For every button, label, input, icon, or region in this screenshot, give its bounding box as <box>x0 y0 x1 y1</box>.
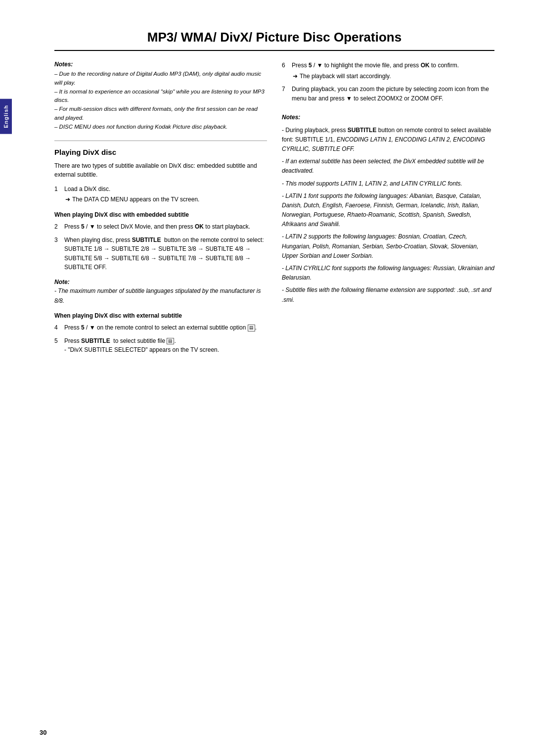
arrow-icon-6: ➜ <box>293 72 298 81</box>
step-7: 7 During playback, you can zoom the pict… <box>282 85 494 103</box>
step-1: 1 Load a DivX disc. ➜ The DATA CD MENU a… <box>54 185 267 204</box>
note-item-2: – It is normal to experience an occasion… <box>54 89 265 103</box>
subtitle-icon-1: ▤ <box>248 325 255 331</box>
embedded-steps: 2 Press 5 / ▼ to select DivX Movie, and … <box>54 222 267 272</box>
step-5-note: - "DivX SUBTITLE SELECTED" appears on th… <box>64 346 219 353</box>
step-1-arrow: ➜ The DATA CD MENU appears on the TV scr… <box>65 195 267 204</box>
note-item-4: – DISC MENU does not function during Kod… <box>54 124 227 130</box>
page-container: English MP3/ WMA/ DivX/ Picture Disc Ope… <box>0 0 534 756</box>
step-5-text: Press SUBTITLE to select subtitle file ▤… <box>64 337 176 344</box>
arrow-icon-1: ➜ <box>65 195 70 204</box>
right-note-1: - During playback, press SUBTITLE button… <box>282 126 494 154</box>
step-4-text: Press 5 / ▼ on the remote control to sel… <box>64 324 257 331</box>
right-steps: 6 Press 5 / ▼ to highlight the movie fil… <box>282 61 494 103</box>
page-title: MP3/ WMA/ DivX/ Picture Disc Operations <box>54 30 494 51</box>
step-1-arrow-text: The DATA CD MENU appears on the TV scree… <box>72 195 199 204</box>
external-steps: 4 Press 5 / ▼ on the remote control to s… <box>54 323 267 355</box>
step-6: 6 Press 5 / ▼ to highlight the movie fil… <box>282 61 494 81</box>
step-2-text: Press 5 / ▼ to select DivX Movie, and th… <box>64 223 250 230</box>
step-7-text: During playback, you can zoom the pictur… <box>292 86 489 102</box>
external-subtitle-heading-text: When playing DivX disc with external sub… <box>54 312 182 319</box>
step-6-content: Press 5 / ▼ to highlight the movie file,… <box>292 61 494 81</box>
playing-divx-heading: Playing DivX disc <box>54 148 267 156</box>
subtitle-icon-2: ▤ <box>167 338 174 345</box>
step-6-arrow: ➜ The playback will start accordingly. <box>293 72 494 81</box>
embedded-note-label: Note: <box>54 279 70 285</box>
step-3: 3 When playing disc, press SUBTITLE butt… <box>54 236 267 272</box>
right-note-4: - LATIN 1 font supports the following la… <box>282 191 494 230</box>
right-notes-label: Notes: <box>282 113 494 122</box>
step-4-number: 4 <box>54 323 61 332</box>
right-note-5: - LATIN 2 supports the following languag… <box>282 232 494 261</box>
embedded-note-body: - The maximum number of subtitle languag… <box>54 287 261 304</box>
right-note-6: - LATIN CYRILLIC font supports the follo… <box>282 264 494 283</box>
step-6-arrow-text: The playback will start accordingly. <box>300 72 391 81</box>
note-item-3: – For multi-session discs with different… <box>54 106 258 121</box>
step-6-number: 6 <box>282 61 289 81</box>
embedded-note: Note: - The maximum number of subtitle l… <box>54 277 267 305</box>
step-1-text: Load a DivX disc. <box>64 186 110 192</box>
note-item-1: – Due to the recording nature of Digital… <box>54 71 261 86</box>
step-3-content: When playing disc, press SUBTITLE button… <box>64 236 267 272</box>
step-3-number: 3 <box>54 236 61 272</box>
right-notes: Notes: - During playback, press SUBTITLE… <box>282 113 494 304</box>
step-5-number: 5 <box>54 336 61 355</box>
embedded-subtitle-heading-text: When playing DivX disc with embedded sub… <box>54 211 189 218</box>
embedded-subtitle-heading: When playing DivX disc with embedded sub… <box>54 211 267 218</box>
step-3-text: When playing disc, press SUBTITLE button… <box>64 236 264 271</box>
step-4: 4 Press 5 / ▼ on the remote control to s… <box>54 323 267 332</box>
content-wrapper: Notes: – Due to the recording nature of … <box>54 61 494 359</box>
notes-label: Notes: <box>54 61 267 68</box>
step-list-intro: 1 Load a DivX disc. ➜ The DATA CD MENU a… <box>54 185 267 204</box>
step-1-content: Load a DivX disc. ➜ The DATA CD MENU app… <box>64 185 267 204</box>
step-7-number: 7 <box>282 85 289 103</box>
top-notes: Notes: – Due to the recording nature of … <box>54 61 267 132</box>
external-subtitle-heading: When playing DivX disc with external sub… <box>54 312 267 319</box>
right-note-3: - This model supports LATIN 1, LATIN 2, … <box>282 179 494 189</box>
step-2-content: Press 5 / ▼ to select DivX Movie, and th… <box>64 222 267 232</box>
step-6-text: Press 5 / ▼ to highlight the movie file,… <box>292 62 459 69</box>
step-1-number: 1 <box>54 185 61 204</box>
right-column: 6 Press 5 / ▼ to highlight the movie fil… <box>282 61 494 359</box>
step-5-content: Press SUBTITLE to select subtitle file ▤… <box>64 336 267 355</box>
step-5: 5 Press SUBTITLE to select subtitle file… <box>54 336 267 355</box>
step-7-content: During playback, you can zoom the pictur… <box>292 85 494 103</box>
page-number: 30 <box>40 729 46 736</box>
right-note-2: - If an external subtitle has been selec… <box>282 157 494 176</box>
language-tab: English <box>0 99 12 134</box>
step-2: 2 Press 5 / ▼ to select DivX Movie, and … <box>54 222 267 232</box>
step-4-content: Press 5 / ▼ on the remote control to sel… <box>64 323 267 332</box>
step-2-number: 2 <box>54 222 61 232</box>
right-note-7: - Subtitle files with the following file… <box>282 285 494 304</box>
playing-divx-intro: There are two types of subtitle availabl… <box>54 161 267 180</box>
divider <box>54 141 267 141</box>
left-column: Notes: – Due to the recording nature of … <box>54 61 267 359</box>
notes-content: – Due to the recording nature of Digital… <box>54 70 267 132</box>
